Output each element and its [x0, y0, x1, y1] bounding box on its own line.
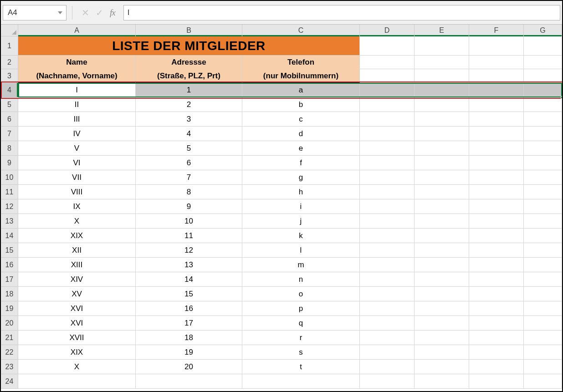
cancel-icon[interactable]: ✕	[82, 7, 89, 18]
row-header[interactable]: 7	[1, 127, 18, 141]
row-header[interactable]: 5	[1, 97, 18, 112]
cell[interactable]: d	[242, 127, 360, 141]
row-header[interactable]: 24	[1, 374, 18, 389]
cell[interactable]	[360, 258, 415, 272]
cell[interactable]	[469, 301, 524, 316]
cell[interactable]	[415, 83, 469, 97]
cell[interactable]	[524, 258, 562, 272]
cell[interactable]: o	[242, 287, 360, 301]
enter-icon[interactable]: ✓	[96, 7, 103, 18]
cell[interactable]	[524, 287, 562, 301]
cell[interactable]: 10	[136, 214, 242, 229]
cell[interactable]: II	[18, 97, 136, 112]
cell[interactable]	[360, 141, 415, 156]
cell[interactable]: 4	[136, 127, 242, 141]
cell[interactable]	[469, 374, 524, 389]
row-header[interactable]: 14	[1, 229, 18, 243]
cell[interactable]	[415, 316, 469, 331]
cell[interactable]	[469, 127, 524, 141]
cell[interactable]: VI	[18, 156, 136, 170]
cell[interactable]	[415, 127, 469, 141]
select-all-corner[interactable]	[1, 25, 18, 36]
cell[interactable]	[524, 243, 562, 258]
cell[interactable]	[360, 170, 415, 185]
cell[interactable]: (nur Mobilnummern)	[242, 69, 360, 83]
cell[interactable]: q	[242, 316, 360, 331]
cell[interactable]: 5	[136, 141, 242, 156]
cell[interactable]: Adressse	[136, 56, 242, 69]
cell[interactable]	[524, 83, 562, 97]
cell[interactable]	[469, 199, 524, 214]
name-box[interactable]: A4	[3, 5, 67, 20]
column-header-A[interactable]: A	[18, 25, 136, 36]
cell[interactable]: IV	[18, 127, 136, 141]
row-header[interactable]: 21	[1, 331, 18, 345]
cell[interactable]	[360, 56, 415, 69]
title-cell[interactable]: LISTE DER MITGLIEDER	[18, 36, 360, 56]
cell[interactable]: n	[242, 272, 360, 287]
cell[interactable]: XIII	[18, 258, 136, 272]
cell[interactable]	[415, 156, 469, 170]
cell[interactable]	[415, 374, 469, 389]
cell[interactable]	[524, 141, 562, 156]
cell[interactable]: 11	[136, 229, 242, 243]
cell[interactable]: 8	[136, 185, 242, 199]
cell[interactable]: 15	[136, 287, 242, 301]
cell[interactable]	[415, 170, 469, 185]
cell[interactable]	[415, 56, 469, 69]
cell[interactable]: XIX	[18, 229, 136, 243]
cell[interactable]	[360, 97, 415, 112]
row-header[interactable]: 10	[1, 170, 18, 185]
cell[interactable]: j	[242, 214, 360, 229]
cell[interactable]	[469, 345, 524, 360]
cell[interactable]	[469, 360, 524, 374]
column-header-E[interactable]: E	[415, 25, 469, 36]
cell[interactable]	[524, 97, 562, 112]
cell[interactable]: IX	[18, 199, 136, 214]
row-header[interactable]: 17	[1, 272, 18, 287]
cell[interactable]	[415, 272, 469, 287]
cell[interactable]	[415, 69, 469, 83]
cell[interactable]	[415, 287, 469, 301]
cell[interactable]	[415, 301, 469, 316]
cell[interactable]: 1	[136, 83, 242, 97]
cell[interactable]	[469, 56, 524, 69]
cell[interactable]: f	[242, 156, 360, 170]
row-header[interactable]: 1	[1, 36, 18, 56]
cell[interactable]	[360, 272, 415, 287]
cell[interactable]	[360, 374, 415, 389]
cell[interactable]	[415, 258, 469, 272]
cell[interactable]	[415, 331, 469, 345]
cell[interactable]	[360, 316, 415, 331]
cell[interactable]	[469, 243, 524, 258]
cell[interactable]	[415, 229, 469, 243]
cell[interactable]	[469, 185, 524, 199]
cell[interactable]	[469, 272, 524, 287]
cell[interactable]	[524, 316, 562, 331]
cell[interactable]: b	[242, 97, 360, 112]
cell[interactable]	[524, 185, 562, 199]
cell[interactable]: XIV	[18, 272, 136, 287]
cell[interactable]	[469, 287, 524, 301]
cell[interactable]: g	[242, 170, 360, 185]
cell[interactable]	[360, 83, 415, 97]
cell[interactable]: XVI	[18, 301, 136, 316]
cell[interactable]	[415, 243, 469, 258]
cell[interactable]	[360, 229, 415, 243]
cell[interactable]	[524, 272, 562, 287]
column-header-B[interactable]: B	[136, 25, 242, 36]
cell[interactable]	[415, 97, 469, 112]
cell[interactable]	[469, 36, 524, 56]
cell[interactable]	[242, 374, 360, 389]
row-header[interactable]: 8	[1, 141, 18, 156]
cell[interactable]	[415, 345, 469, 360]
row-header[interactable]: 20	[1, 316, 18, 331]
cell[interactable]: s	[242, 345, 360, 360]
cell[interactable]: 17	[136, 316, 242, 331]
cell[interactable]: XIX	[18, 345, 136, 360]
cell[interactable]	[360, 199, 415, 214]
cell[interactable]	[469, 229, 524, 243]
chevron-down-icon[interactable]	[58, 11, 62, 14]
cell[interactable]: VIII	[18, 185, 136, 199]
cell[interactable]	[360, 185, 415, 199]
